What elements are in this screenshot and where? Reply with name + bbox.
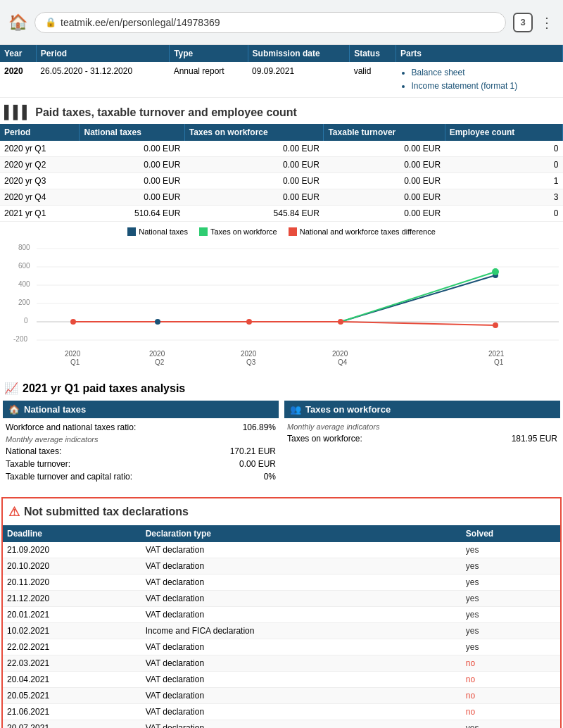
table-row: 2020 yr Q3 0.00 EUR 0.00 EUR 0.00 EUR 1 bbox=[0, 173, 563, 189]
svg-text:2020: 2020 bbox=[65, 350, 81, 358]
svg-text:800: 800 bbox=[18, 244, 30, 251]
list-item: 20.05.2021 VAT declaration no bbox=[3, 688, 560, 704]
national-card-icon: 🏠 bbox=[8, 404, 20, 415]
not-submitted-header: ⚠ Not submitted tax declarations bbox=[3, 498, 560, 525]
tax-employees: 1 bbox=[445, 173, 562, 189]
tax-period: 2020 yr Q1 bbox=[0, 141, 80, 157]
svg-point-14 bbox=[155, 319, 160, 325]
capital-ratio-value: 0% bbox=[264, 472, 276, 482]
legend-workforce-label: Taxes on workforce bbox=[210, 227, 277, 236]
chart-legend: National taxes Taxes on workforce Nation… bbox=[3, 227, 560, 236]
legend-difference-dot bbox=[289, 227, 297, 236]
ns-solved: yes bbox=[462, 720, 560, 728]
ns-solved: yes bbox=[462, 558, 560, 575]
list-item: 20.10.2020 VAT declaration yes bbox=[3, 558, 560, 575]
table-row: 2020 yr Q4 0.00 EUR 0.00 EUR 0.00 EUR 3 bbox=[0, 189, 563, 206]
workforce-taxes-label: Taxes on workforce: bbox=[287, 434, 362, 444]
ns-declaration-type: VAT declaration bbox=[141, 704, 462, 720]
row-year: 2020 bbox=[0, 62, 36, 98]
svg-text:400: 400 bbox=[18, 280, 30, 288]
warning-icon: ⚠ bbox=[8, 504, 20, 520]
workforce-card-title: Taxes on workforce bbox=[305, 404, 391, 415]
tax-col-national: National taxes bbox=[80, 124, 184, 141]
browser-chrome: 🏠 🔒 teatmik.ee/en/personlegal/14978369 3… bbox=[0, 0, 563, 45]
svg-text:Q4: Q4 bbox=[338, 358, 348, 366]
workforce-taxes-card: 👥 Taxes on workforce Monthly average ind… bbox=[284, 401, 560, 486]
chart-svg: 800 600 400 200 0 -200 bbox=[3, 240, 559, 367]
ns-col-deadline: Deadline bbox=[3, 525, 141, 542]
ns-deadline: 10.02.2021 bbox=[3, 623, 141, 639]
paid-taxes-title: Paid taxes, taxable turnover and employe… bbox=[35, 106, 297, 119]
col-status: Status bbox=[350, 45, 396, 62]
svg-text:600: 600 bbox=[18, 262, 30, 270]
tax-period: 2021 yr Q1 bbox=[0, 206, 80, 222]
legend-national: National taxes bbox=[127, 227, 188, 236]
tax-national: 510.64 EUR bbox=[80, 206, 184, 222]
tax-employees: 0 bbox=[445, 206, 562, 222]
legend-workforce: Taxes on workforce bbox=[199, 227, 277, 236]
paid-taxes-header: ▌▌▌ Paid taxes, taxable turnover and emp… bbox=[0, 98, 563, 124]
svg-text:-200: -200 bbox=[13, 335, 27, 343]
col-submission: Submission date bbox=[248, 45, 350, 62]
not-submitted-section: ⚠ Not submitted tax declarations Deadlin… bbox=[1, 497, 562, 728]
part-item[interactable]: Balance sheet bbox=[412, 66, 559, 80]
ns-col-type: Declaration type bbox=[141, 525, 462, 542]
svg-text:200: 200 bbox=[18, 299, 30, 306]
national-taxes-value: 170.21 EUR bbox=[230, 446, 276, 456]
svg-point-15 bbox=[246, 319, 252, 325]
analysis-title: 2021 yr Q1 paid taxes analysis bbox=[23, 382, 185, 395]
tax-period: 2020 yr Q3 bbox=[0, 173, 80, 189]
tab-count[interactable]: 3 bbox=[513, 13, 533, 32]
ns-declaration-type: VAT declaration bbox=[141, 639, 462, 655]
national-taxes-label: National taxes: bbox=[6, 446, 61, 456]
list-item: 20.11.2020 VAT declaration yes bbox=[3, 575, 560, 591]
tax-period: 2020 yr Q4 bbox=[0, 189, 80, 206]
svg-text:2020: 2020 bbox=[332, 350, 348, 358]
capital-ratio-label: Taxable turnover and capital ratio: bbox=[6, 472, 132, 482]
ns-declaration-type: Income and FICA declaration bbox=[141, 623, 462, 639]
list-item: 22.02.2021 VAT declaration yes bbox=[3, 639, 560, 655]
ns-declaration-type: VAT declaration bbox=[141, 607, 462, 623]
ns-solved: yes bbox=[462, 639, 560, 655]
workforce-card-body: Monthly average indicators Taxes on work… bbox=[284, 418, 560, 448]
ns-declaration-type: VAT declaration bbox=[141, 720, 462, 728]
ns-declaration-type: VAT declaration bbox=[141, 591, 462, 607]
tax-chart: National taxes Taxes on workforce Nation… bbox=[0, 222, 563, 375]
tax-taxable: 0.00 EUR bbox=[324, 173, 445, 189]
workforce-card-header: 👥 Taxes on workforce bbox=[284, 401, 560, 418]
tax-national: 0.00 EUR bbox=[80, 189, 184, 206]
list-item: 21.09.2020 VAT declaration yes bbox=[3, 542, 560, 558]
ns-declaration-type: VAT declaration bbox=[141, 672, 462, 688]
ns-solved: no bbox=[462, 704, 560, 720]
home-icon[interactable]: 🏠 bbox=[8, 13, 27, 32]
paid-taxes-table: Period National taxes Taxes on workforce… bbox=[0, 124, 563, 222]
national-taxes-row: National taxes: 170.21 EUR bbox=[3, 445, 279, 458]
url-text: teatmik.ee/en/personlegal/14978369 bbox=[61, 17, 220, 28]
menu-dots[interactable]: ⋮ bbox=[540, 14, 555, 31]
workforce-card-icon: 👥 bbox=[290, 404, 301, 415]
national-card-header: 🏠 National taxes bbox=[3, 401, 279, 418]
national-card-title: National taxes bbox=[24, 404, 86, 415]
ns-deadline: 20.10.2020 bbox=[3, 558, 141, 575]
part-item[interactable]: Income statement (format 1) bbox=[412, 80, 559, 93]
tax-col-employees: Employee count bbox=[445, 124, 562, 141]
svg-text:0: 0 bbox=[24, 317, 28, 325]
ns-deadline: 21.09.2020 bbox=[3, 542, 141, 558]
svg-text:2020: 2020 bbox=[241, 350, 257, 358]
national-monthly-label: Monthly average indicators bbox=[3, 434, 279, 445]
table-row: 2020 26.05.2020 - 31.12.2020 Annual repo… bbox=[0, 62, 563, 98]
ns-deadline: 20.11.2020 bbox=[3, 575, 141, 591]
svg-text:2021: 2021 bbox=[488, 350, 505, 358]
tax-col-period: Period bbox=[0, 124, 80, 141]
list-item: 20.04.2021 VAT declaration no bbox=[3, 672, 560, 688]
ns-solved: no bbox=[462, 655, 560, 672]
tax-employees: 0 bbox=[445, 157, 562, 173]
taxable-turnover-label: Taxable turnover: bbox=[6, 459, 70, 469]
list-item: 21.12.2020 VAT declaration yes bbox=[3, 591, 560, 607]
list-item: 20.01.2021 VAT declaration yes bbox=[3, 607, 560, 623]
address-bar[interactable]: 🔒 teatmik.ee/en/personlegal/14978369 bbox=[34, 12, 506, 33]
ns-deadline: 21.06.2021 bbox=[3, 704, 141, 720]
workforce-monthly-label: Monthly average indicators bbox=[284, 421, 560, 432]
legend-difference: National and workforce taxes difference bbox=[289, 227, 436, 236]
ns-deadline: 20.07.2021 bbox=[3, 720, 141, 728]
